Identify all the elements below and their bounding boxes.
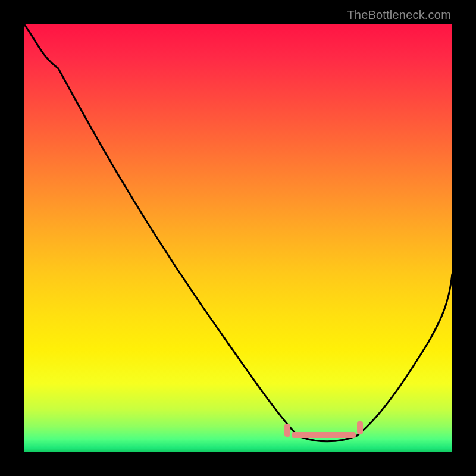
highlight-vertical-right	[357, 421, 363, 434]
plot-area	[24, 24, 452, 452]
bottleneck-curve	[24, 24, 452, 452]
highlight-vertical-left	[284, 424, 290, 437]
watermark-text: TheBottleneck.com	[347, 8, 451, 22]
highlight-horizontal	[292, 432, 356, 438]
chart-frame: TheBottleneck.com	[0, 0, 476, 476]
